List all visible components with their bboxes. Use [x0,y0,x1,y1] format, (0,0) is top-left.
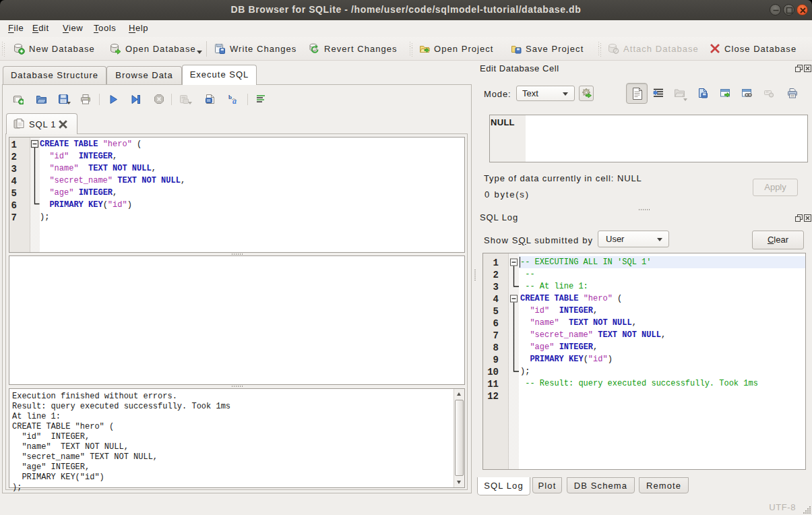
svg-text:b: b [228,94,232,100]
svg-text:a: a [232,96,237,104]
